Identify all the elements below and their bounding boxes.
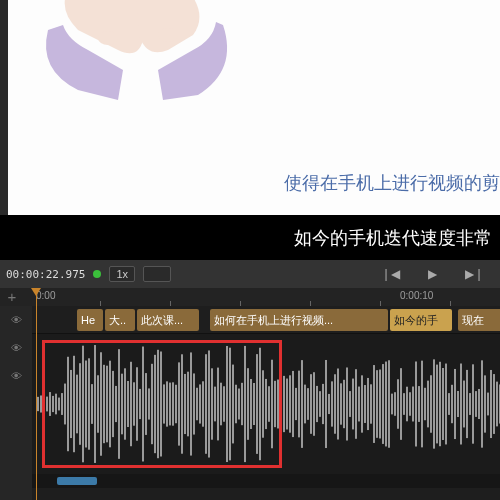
svg-rect-105 (343, 380, 345, 428)
ruler-mark: 0:00:10 (400, 290, 433, 301)
svg-rect-109 (355, 369, 357, 439)
svg-rect-154 (490, 370, 492, 438)
audio-track[interactable] (32, 334, 500, 474)
svg-rect-141 (451, 385, 453, 423)
svg-rect-151 (481, 360, 483, 447)
svg-rect-93 (307, 388, 309, 420)
play-button[interactable]: ▶ (418, 267, 447, 281)
svg-rect-136 (436, 365, 438, 444)
eye-icon[interactable]: 👁 (0, 306, 32, 334)
svg-rect-94 (310, 374, 312, 434)
svg-rect-103 (337, 369, 339, 440)
timecode: 00:00:22.975 (6, 268, 85, 281)
eye-icon[interactable]: 👁 (0, 362, 32, 390)
clip[interactable]: 此次课... (137, 309, 199, 331)
prev-button[interactable]: ❘◀ (371, 267, 410, 281)
svg-rect-97 (319, 391, 321, 417)
svg-rect-119 (385, 362, 387, 447)
video-preview[interactable]: 使得在手机上进行视频的剪 (0, 0, 500, 215)
svg-rect-91 (301, 360, 303, 448)
svg-rect-144 (460, 364, 462, 445)
svg-rect-129 (415, 361, 417, 446)
svg-rect-121 (391, 394, 393, 415)
svg-rect-102 (334, 374, 336, 433)
svg-rect-135 (433, 359, 435, 448)
svg-rect-113 (367, 378, 369, 430)
clip[interactable]: 如何在手机上进行视频... (210, 309, 388, 331)
svg-rect-149 (475, 391, 477, 417)
svg-rect-143 (457, 391, 459, 417)
tracks-area[interactable]: He大..此次课...如何在手机上进行视频...如今的手现在 (32, 306, 500, 500)
svg-rect-107 (349, 391, 351, 417)
svg-rect-147 (469, 393, 471, 415)
timeline-scrollbar-thumb[interactable] (57, 477, 97, 485)
subtitle-text: 如今的手机迭代速度非常 (294, 226, 492, 250)
svg-rect-118 (382, 364, 384, 444)
svg-rect-130 (418, 386, 420, 422)
svg-rect-131 (421, 361, 423, 448)
svg-rect-146 (466, 370, 468, 438)
svg-rect-106 (346, 367, 348, 440)
svg-rect-128 (412, 387, 414, 422)
clip[interactable]: 现在 (458, 309, 500, 331)
svg-rect-89 (295, 388, 297, 420)
speed-selector[interactable]: 1x (109, 266, 135, 282)
svg-rect-133 (427, 381, 429, 428)
eye-icon[interactable]: 👁 (0, 334, 32, 362)
svg-rect-92 (304, 385, 306, 424)
svg-rect-116 (376, 370, 378, 438)
svg-rect-139 (445, 364, 447, 445)
playback-controls: 00:00:22.975 1x ❘◀ ▶ ▶❘ (0, 260, 500, 288)
svg-rect-112 (364, 385, 366, 423)
record-indicator-icon (93, 270, 101, 278)
svg-rect-123 (397, 379, 399, 428)
svg-rect-132 (424, 388, 426, 420)
svg-rect-101 (331, 381, 333, 426)
svg-rect-137 (439, 362, 441, 446)
clip[interactable]: 如今的手 (390, 309, 452, 331)
svg-rect-96 (316, 386, 318, 422)
svg-rect-120 (388, 360, 390, 448)
svg-rect-87 (289, 375, 291, 432)
clip-track[interactable]: He大..此次课...如何在手机上进行视频...如今的手现在 (32, 306, 500, 334)
svg-rect-153 (487, 393, 489, 416)
clip[interactable]: He (77, 309, 103, 331)
svg-rect-86 (286, 379, 288, 430)
timeline-scrollbar-track[interactable] (32, 474, 500, 488)
add-track-button[interactable]: + (4, 288, 20, 304)
svg-rect-108 (352, 379, 354, 430)
svg-rect-117 (379, 370, 381, 439)
svg-rect-142 (454, 369, 456, 439)
time-ruler[interactable]: + 0:00 0:00:10 (0, 288, 500, 306)
track-gutter: 👁 👁 👁 (0, 306, 32, 500)
svg-rect-3 (37, 397, 39, 411)
svg-rect-148 (472, 364, 474, 443)
speed-dropdown[interactable] (143, 266, 171, 282)
subtitle-bar: 如今的手机迭代速度非常 (0, 215, 500, 260)
svg-point-2 (158, 28, 178, 42)
svg-rect-127 (409, 392, 411, 416)
svg-point-1 (98, 31, 118, 45)
svg-rect-111 (361, 375, 363, 432)
svg-rect-126 (406, 387, 408, 422)
svg-rect-100 (328, 394, 330, 414)
timeline[interactable]: + 0:00 0:00:10 👁 👁 👁 He大..此次课...如何在手机上进行… (0, 288, 500, 500)
svg-rect-156 (496, 382, 498, 427)
svg-rect-125 (403, 393, 405, 415)
svg-rect-114 (370, 384, 372, 423)
svg-rect-85 (283, 376, 285, 432)
preview-caption: 使得在手机上进行视频的剪 (284, 171, 500, 195)
next-button[interactable]: ▶❘ (455, 267, 494, 281)
preview-illustration (8, 0, 308, 200)
playhead[interactable] (36, 288, 37, 500)
svg-rect-152 (484, 375, 486, 432)
svg-rect-110 (358, 387, 360, 422)
clip[interactable]: 大.. (105, 309, 135, 331)
svg-rect-150 (478, 389, 480, 419)
svg-rect-140 (448, 393, 450, 415)
svg-rect-138 (442, 368, 444, 440)
svg-rect-95 (313, 372, 315, 436)
selection-box[interactable] (42, 340, 282, 468)
svg-rect-98 (322, 384, 324, 424)
svg-rect-122 (394, 392, 396, 416)
